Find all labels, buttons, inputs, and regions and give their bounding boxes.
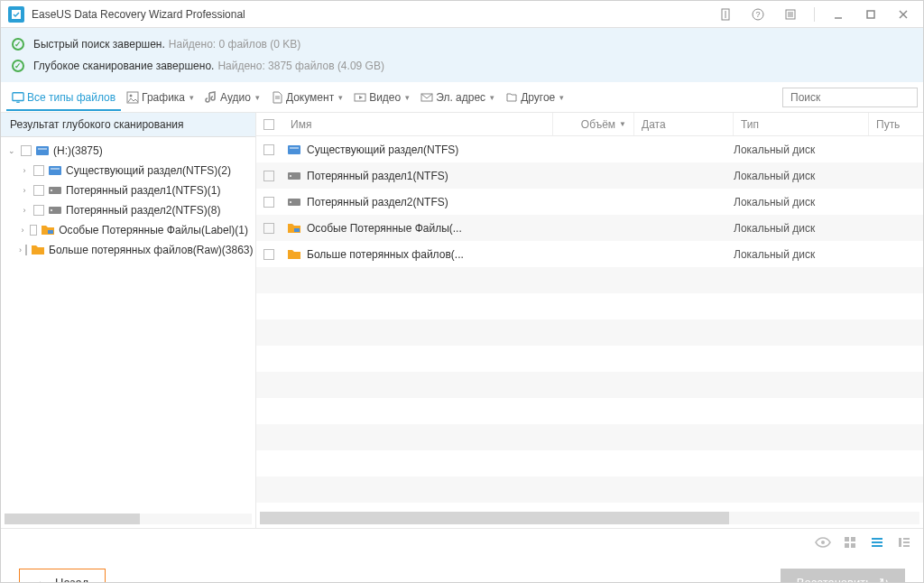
- tree-item[interactable]: › Существующий раздел(NTFS)(2): [5, 161, 252, 180]
- table-row-empty: [256, 372, 923, 398]
- grid-view-button[interactable]: [842, 534, 858, 551]
- checkbox[interactable]: [263, 171, 274, 181]
- checkbox[interactable]: [25, 245, 27, 255]
- checkbox[interactable]: [33, 205, 44, 216]
- checkbox[interactable]: [263, 144, 274, 155]
- mail-icon: [420, 91, 433, 104]
- tree-item[interactable]: › Потерянный раздел2(NTFS)(8): [5, 200, 252, 220]
- table-row-empty: [256, 267, 923, 293]
- checkbox[interactable]: [33, 165, 44, 176]
- tree-root[interactable]: ⌄ (H:)(3875): [5, 141, 252, 161]
- recover-label: Восстановить: [797, 576, 872, 584]
- col-type[interactable]: Тип: [734, 113, 869, 135]
- chevron-down-icon: ▾: [338, 93, 343, 102]
- maximize-button[interactable]: [858, 2, 883, 27]
- tree-root-label: (H:)(3875): [53, 144, 103, 157]
- svg-text:?: ?: [755, 10, 760, 19]
- search-box[interactable]: [782, 88, 918, 107]
- tree-panel: Результат глубокого сканирования ⌄ (H:)(…: [1, 113, 256, 528]
- col-path[interactable]: Путь: [869, 113, 923, 135]
- checkbox[interactable]: [21, 145, 32, 156]
- filter-label: Эл. адрес: [436, 91, 485, 104]
- hdd-icon: [48, 183, 62, 198]
- filter-other[interactable]: Другое ▾: [500, 88, 569, 107]
- col-date[interactable]: Дата: [634, 113, 734, 135]
- tree-item[interactable]: › Особые Потерянные Файлы(Label)(1): [5, 220, 252, 240]
- pin-icon[interactable]: [713, 2, 738, 27]
- filter-email[interactable]: Эл. адрес ▾: [415, 88, 500, 107]
- status-quick-label: Быстрый поиск завершен.: [33, 38, 165, 51]
- expand-icon[interactable]: ›: [19, 185, 30, 196]
- filter-label: Все типы файлов: [27, 91, 116, 104]
- checkbox[interactable]: [263, 249, 274, 260]
- tree-item[interactable]: › Потерянный раздел1(NTFS)(1): [5, 180, 252, 200]
- row-name: Потерянный раздел2(NTFS): [307, 196, 448, 208]
- expand-icon[interactable]: ›: [19, 245, 22, 255]
- filter-label: Графика: [142, 91, 185, 104]
- view-toolbar: [1, 528, 923, 555]
- row-name: Потерянный раздел1(NTFS): [307, 170, 448, 182]
- table-row[interactable]: Особые Потерянные Файлы(...Локальный дис…: [256, 215, 923, 241]
- disk-icon: [48, 163, 62, 178]
- checkbox[interactable]: [30, 225, 37, 236]
- checkbox[interactable]: [33, 185, 44, 196]
- tree-item-label: Потерянный раздел1(NTFS)(1): [66, 184, 220, 197]
- expand-icon[interactable]: ›: [19, 165, 30, 176]
- row-type: Локальный диск: [734, 222, 869, 235]
- back-button[interactable]: ← Назад: [19, 569, 106, 584]
- tree-item-label: Особые Потерянные Файлы(Label)(1): [59, 224, 248, 236]
- tree-scrollbar[interactable]: [5, 514, 252, 524]
- tree-item-label: Больше потерянных файлов(Raw)(3863): [49, 244, 254, 256]
- hdd-icon: [48, 203, 62, 217]
- table-row[interactable]: Больше потерянных файлов(...Локальный ди…: [256, 241, 923, 267]
- expand-icon[interactable]: ›: [19, 205, 30, 216]
- chevron-down-icon: ▾: [405, 93, 410, 102]
- table-row-empty: [256, 477, 923, 503]
- image-icon: [126, 91, 139, 104]
- collapse-icon[interactable]: ⌄: [6, 145, 17, 156]
- detail-view-button[interactable]: [896, 534, 912, 551]
- footer: ← Назад Восстановить ↻: [1, 555, 923, 583]
- table-row-empty: [256, 450, 923, 477]
- filter-toolbar: Все типы файлов Графика ▾ Аудио ▾ Докуме…: [1, 82, 923, 113]
- video-icon: [354, 91, 366, 104]
- folder-icon: [505, 91, 518, 104]
- filter-graphics[interactable]: Графика ▾: [121, 88, 199, 107]
- row-name: Особые Потерянные Файлы(...: [307, 222, 462, 235]
- list-view-button[interactable]: [869, 534, 885, 551]
- back-label: Назад: [55, 576, 88, 584]
- help-icon[interactable]: ?: [745, 2, 771, 27]
- menu-icon[interactable]: [778, 2, 803, 27]
- chevron-down-icon: ▾: [189, 93, 194, 102]
- table-row[interactable]: Потерянный раздел1(NTFS)Локальный диск: [256, 162, 923, 189]
- filter-document[interactable]: Документ ▾: [265, 88, 348, 107]
- minimize-button[interactable]: [826, 2, 851, 27]
- row-type: Локальный диск: [734, 248, 869, 261]
- table-row[interactable]: Существующий раздел(NTFS)Локальный диск: [256, 136, 923, 162]
- search-input[interactable]: [790, 91, 924, 104]
- filter-audio[interactable]: Аудио ▾: [199, 88, 265, 107]
- filter-all[interactable]: Все типы файлов: [6, 88, 121, 111]
- close-button[interactable]: [891, 2, 916, 27]
- preview-button[interactable]: [815, 534, 831, 551]
- checkbox[interactable]: [263, 197, 274, 208]
- row-type: Локальный диск: [734, 143, 869, 156]
- checkbox[interactable]: [263, 223, 274, 234]
- tree-body: ⌄ (H:)(3875) › Существующий раздел(NTFS)…: [1, 137, 255, 264]
- check-icon: [12, 60, 24, 72]
- col-name[interactable]: Имя: [283, 113, 553, 135]
- row-type: Локальный диск: [734, 196, 869, 208]
- folder-icon: [31, 243, 45, 257]
- filter-video[interactable]: Видео ▾: [348, 88, 415, 107]
- tree-item[interactable]: › Больше потерянных файлов(Raw)(3863): [5, 240, 252, 260]
- chevron-down-icon: ▾: [255, 93, 260, 102]
- expand-icon[interactable]: ›: [19, 225, 26, 236]
- recover-button[interactable]: Восстановить ↻: [781, 569, 905, 584]
- select-all-checkbox[interactable]: [256, 113, 283, 135]
- col-volume[interactable]: Объём▼: [553, 113, 634, 135]
- document-icon: [271, 91, 283, 104]
- table-scrollbar[interactable]: [260, 512, 919, 524]
- table-row[interactable]: Потерянный раздел2(NTFS)Локальный диск: [256, 189, 923, 215]
- status-quick-detail: Найдено: 0 файлов (0 KB): [169, 38, 300, 51]
- row-name: Больше потерянных файлов(...: [307, 248, 464, 261]
